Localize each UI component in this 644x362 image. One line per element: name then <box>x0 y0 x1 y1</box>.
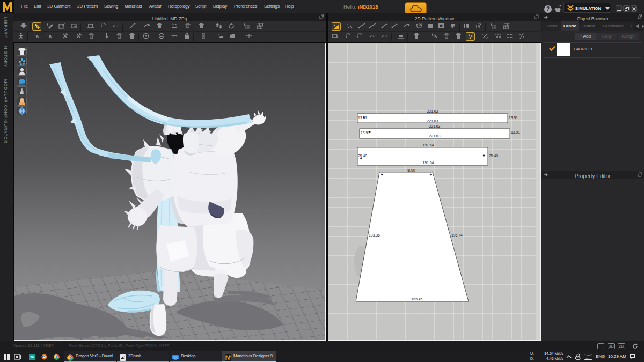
svg-text:193.36: 193.36 <box>369 233 380 237</box>
svg-text:196.74: 196.74 <box>451 233 463 237</box>
svg-text:13.91: 13.91 <box>361 131 370 135</box>
svg-text:25.40: 25.40 <box>489 154 498 158</box>
svg-text:78.00: 78.00 <box>406 168 415 172</box>
svg-text:191.64: 191.64 <box>423 143 434 147</box>
svg-text:221.63: 221.63 <box>429 124 441 128</box>
svg-text:13.91: 13.91 <box>509 116 518 120</box>
svg-text:13.91: 13.91 <box>358 116 367 120</box>
svg-text:165.45: 165.45 <box>412 297 423 301</box>
svg-text:13.91: 13.91 <box>511 130 520 134</box>
svg-text:221.63: 221.63 <box>429 134 441 138</box>
svg-text:221.63: 221.63 <box>427 109 438 113</box>
svg-text:25.40: 25.40 <box>358 154 367 158</box>
svg-text:221.63: 221.63 <box>427 119 438 123</box>
svg-text:191.64: 191.64 <box>423 161 434 165</box>
